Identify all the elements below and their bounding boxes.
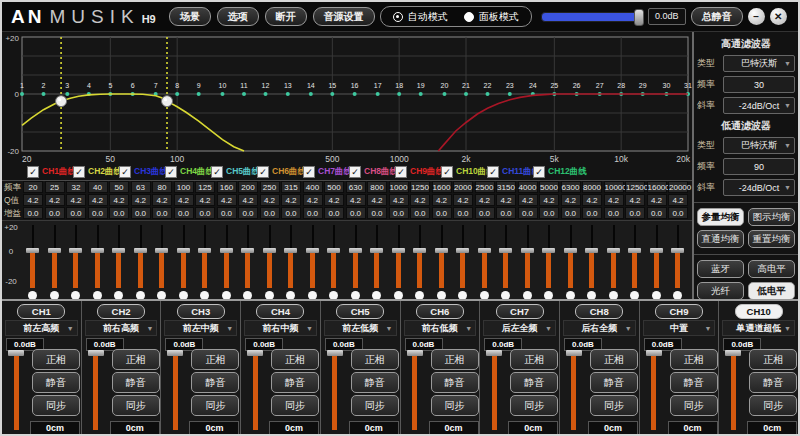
- eq-frequency-cell[interactable]: 25: [45, 181, 65, 193]
- eq-frequency-cell[interactable]: 40: [88, 181, 108, 193]
- eq-q-value-cell[interactable]: 4.2: [432, 194, 452, 206]
- channel-delay-value[interactable]: 0cm: [668, 421, 718, 435]
- eq-band-fader-3[interactable]: [69, 225, 83, 300]
- eq-q-value-cell[interactable]: 4.2: [604, 194, 624, 206]
- checkbox-checked-icon[interactable]: [73, 166, 85, 178]
- eq-gain-cell[interactable]: 0.0: [174, 207, 194, 219]
- eq-q-value-cell[interactable]: 4.2: [152, 194, 172, 206]
- eq-band-fader-20[interactable]: [435, 225, 449, 300]
- eq-frequency-cell[interactable]: 4000: [518, 181, 538, 193]
- eq-gain-cell[interactable]: 0.0: [432, 207, 452, 219]
- eq-gain-cell[interactable]: 0.0: [324, 207, 344, 219]
- channel-tab-ch9[interactable]: CH9: [655, 304, 703, 319]
- eq-band-fader-16[interactable]: [349, 225, 363, 300]
- channel-output-select-ch4[interactable]: 前右中频▼: [244, 320, 317, 336]
- curve-toggle-ch7[interactable]: CH7曲线: [303, 165, 352, 178]
- eq-frequency-cell[interactable]: 2000: [453, 181, 473, 193]
- channel-mute-button[interactable]: 静音: [191, 372, 239, 393]
- channel-phase-button[interactable]: 正相: [112, 349, 160, 370]
- master-volume-handle[interactable]: [634, 9, 644, 26]
- eq-band-fader-14[interactable]: [306, 225, 320, 300]
- checkbox-checked-icon[interactable]: [211, 166, 223, 178]
- channel-phase-button[interactable]: 正相: [670, 349, 718, 370]
- eq-frequency-cell[interactable]: 6300: [561, 181, 581, 193]
- parametric-eq-button[interactable]: 参量均衡: [697, 208, 744, 226]
- channel-output-select-ch3[interactable]: 前左中频▼: [164, 320, 237, 336]
- eq-band-fader-10[interactable]: [220, 225, 234, 300]
- channel-tab-ch10[interactable]: CH10: [735, 304, 783, 319]
- eq-band-fader-19[interactable]: [413, 225, 427, 300]
- eq-gain-cell[interactable]: 0.0: [88, 207, 108, 219]
- eq-band-fader-7[interactable]: [155, 225, 169, 300]
- channel-sync-button[interactable]: 同步: [431, 395, 479, 416]
- band-dot[interactable]: [442, 92, 446, 96]
- eq-q-value-cell[interactable]: 4.2: [45, 194, 65, 206]
- channel-level-fader[interactable]: [327, 350, 343, 432]
- eq-q-value-cell[interactable]: 4.2: [367, 194, 387, 206]
- panel-mode-radio[interactable]: 面板模式: [464, 10, 519, 24]
- eq-frequency-cell[interactable]: 63: [131, 181, 151, 193]
- auto-mode-radio[interactable]: 自动模式: [393, 10, 448, 24]
- eq-q-value-cell[interactable]: 4.2: [496, 194, 516, 206]
- channel-output-select-ch10[interactable]: 单通道超低▼: [722, 320, 795, 336]
- eq-q-value-cell[interactable]: 4.2: [475, 194, 495, 206]
- channel-level-fader[interactable]: [88, 350, 104, 432]
- eq-gain-cell[interactable]: 0.0: [195, 207, 215, 219]
- eq-frequency-cell[interactable]: 250: [260, 181, 280, 193]
- band-dot[interactable]: [42, 92, 46, 96]
- band-dot[interactable]: [175, 92, 179, 96]
- channel-sync-button[interactable]: 同步: [32, 395, 80, 416]
- band-dot[interactable]: [330, 92, 334, 96]
- eq-band-fader-13[interactable]: [284, 225, 298, 300]
- channel-mute-button[interactable]: 静音: [431, 372, 479, 393]
- band-dot[interactable]: [197, 92, 201, 96]
- eq-frequency-cell[interactable]: 630: [346, 181, 366, 193]
- eq-frequency-cell[interactable]: 5000: [539, 181, 559, 193]
- eq-frequency-cell[interactable]: 12500: [625, 181, 645, 193]
- master-volume-value[interactable]: 0.0dB: [648, 8, 686, 25]
- eq-q-value-cell[interactable]: 4.2: [66, 194, 86, 206]
- channel-tab-ch4[interactable]: CH4: [256, 304, 304, 319]
- eq-q-value-cell[interactable]: 4.2: [346, 194, 366, 206]
- channel-tab-ch3[interactable]: CH3: [177, 304, 225, 319]
- channel-mute-button[interactable]: 静音: [112, 372, 160, 393]
- channel-sync-button[interactable]: 同步: [191, 395, 239, 416]
- checkbox-checked-icon[interactable]: [119, 166, 131, 178]
- eq-q-value-cell[interactable]: 4.2: [324, 194, 344, 206]
- channel-phase-button[interactable]: 正相: [749, 349, 797, 370]
- eq-frequency-cell[interactable]: 16000: [647, 181, 667, 193]
- eq-q-value-cell[interactable]: 4.2: [131, 194, 151, 206]
- curve-toggle-ch2[interactable]: CH2曲线: [73, 165, 122, 178]
- eq-gain-cell[interactable]: 0.0: [367, 207, 387, 219]
- eq-band-fader-27[interactable]: [585, 225, 599, 300]
- channel-mute-button[interactable]: 静音: [510, 372, 558, 393]
- disconnect-button[interactable]: 断开: [265, 7, 307, 26]
- eq-frequency-cell[interactable]: 80: [152, 181, 172, 193]
- eq-frequency-cell[interactable]: 20000: [668, 181, 688, 193]
- eq-band-fader-15[interactable]: [327, 225, 341, 300]
- channel-phase-button[interactable]: 正相: [351, 349, 399, 370]
- channel-output-select-ch9[interactable]: 中置▼: [643, 320, 716, 336]
- channel-tab-ch6[interactable]: CH6: [416, 304, 464, 319]
- curve-toggle-ch12[interactable]: CH12曲线: [533, 165, 587, 178]
- graphic-eq-button[interactable]: 图示均衡: [748, 208, 795, 226]
- band-dot[interactable]: [20, 92, 24, 96]
- channel-level-fader[interactable]: [167, 350, 183, 432]
- bypass-eq-button[interactable]: 直通均衡: [697, 230, 744, 248]
- bluetooth-button[interactable]: 蓝牙: [697, 260, 744, 278]
- lpf-type-select[interactable]: 巴特沃斯▼: [723, 137, 795, 154]
- eq-q-value-cell[interactable]: 4.2: [668, 194, 688, 206]
- channel-delay-value[interactable]: 0cm: [349, 421, 399, 435]
- channel-delay-value[interactable]: 0cm: [508, 421, 558, 435]
- band-dot[interactable]: [464, 92, 468, 96]
- optical-button[interactable]: 光纤: [697, 282, 744, 300]
- channel-output-select-ch2[interactable]: 前右高频▼: [85, 320, 158, 336]
- curve-toggle-ch8[interactable]: CH8曲线: [349, 165, 398, 178]
- eq-frequency-cell[interactable]: 1250: [410, 181, 430, 193]
- eq-gain-cell[interactable]: 0.0: [475, 207, 495, 219]
- eq-gain-cell[interactable]: 0.0: [518, 207, 538, 219]
- eq-q-value-cell[interactable]: 4.2: [647, 194, 667, 206]
- checkbox-checked-icon[interactable]: [395, 166, 407, 178]
- eq-frequency-cell[interactable]: 20: [23, 181, 43, 193]
- eq-frequency-cell[interactable]: 32: [66, 181, 86, 193]
